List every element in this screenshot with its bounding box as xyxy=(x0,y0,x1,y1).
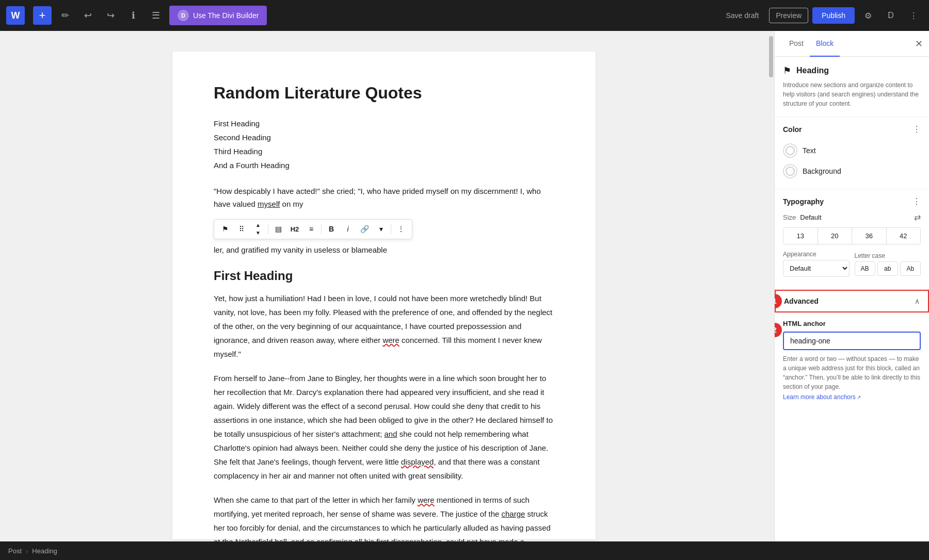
divi-btn-label: Use The Divi Builder xyxy=(193,11,259,20)
toc-third[interactable]: Third Heading xyxy=(214,144,554,158)
more-rich-text-button[interactable]: ▾ xyxy=(373,222,389,236)
text-color-item[interactable]: Text xyxy=(783,140,921,161)
text-align-button[interactable]: ≡ xyxy=(303,222,319,236)
panel-tabs: Post Block ✕ xyxy=(775,31,929,57)
text-color-inner xyxy=(786,146,795,155)
breadcrumb-bar: Post › Heading xyxy=(0,541,929,560)
toc-first[interactable]: First Heading xyxy=(214,117,554,130)
typography-header: Typography ⋮ xyxy=(783,196,921,206)
drag-handle-button[interactable]: ⠿ xyxy=(234,222,249,236)
anchor-learn-link[interactable]: Learn more about anchors ↗ xyxy=(783,393,921,401)
close-panel-button[interactable]: ✕ xyxy=(915,38,923,50)
breadcrumb-current: Heading xyxy=(32,547,57,555)
align-button[interactable]: ▤ xyxy=(270,222,286,236)
color-section: Color ⋮ Text Background xyxy=(775,117,929,189)
appearance-label: Appearance xyxy=(783,251,850,258)
heading-level-button[interactable]: H2 xyxy=(287,222,302,236)
more-options-button[interactable]: ⋮ xyxy=(904,6,923,25)
typography-menu-button[interactable]: ⋮ xyxy=(912,196,921,206)
block-info: ⚑ Heading Introduce new sections and org… xyxy=(775,57,929,117)
advanced-section-wrapper: 1 Advanced ∧ xyxy=(775,290,929,312)
external-link-icon: ↗ xyxy=(857,394,861,400)
underline-charge: charge xyxy=(501,509,525,518)
appearance-select[interactable]: Default xyxy=(783,260,850,277)
quote-continuation[interactable]: ler, and gratified my vanity in useless … xyxy=(214,243,554,257)
anchor-input[interactable] xyxy=(783,332,921,350)
bg-color-inner xyxy=(786,167,795,176)
scroll-thumb[interactable] xyxy=(769,36,773,77)
size-preset-20[interactable]: 20 xyxy=(818,228,853,244)
settings-button[interactable]: ⚙ xyxy=(859,6,877,25)
letter-case-col: Letter case AB ab Ab xyxy=(855,252,921,276)
top-toolbar: W + ✏ ↩ ↪ ℹ ☰ D Use The Divi Builder Sav… xyxy=(0,0,929,31)
publish-button[interactable]: Publish xyxy=(812,7,855,24)
advanced-section: Advanced ∧ xyxy=(775,290,929,312)
italic-button[interactable]: i xyxy=(340,222,356,236)
breadcrumb-post[interactable]: Post xyxy=(8,547,22,555)
size-value: Default xyxy=(800,213,821,221)
size-presets: 13 20 36 42 xyxy=(783,227,921,244)
options-button[interactable]: ⋮ xyxy=(393,222,409,236)
typography-section: Typography ⋮ Size Default ⇄ 13 20 36 42 … xyxy=(775,189,929,290)
redo-button[interactable]: ↪ xyxy=(101,6,120,25)
tab-block[interactable]: Block xyxy=(810,31,840,57)
bold-button[interactable]: B xyxy=(324,222,339,236)
editor-scrollbar[interactable] xyxy=(768,31,774,560)
tab-post[interactable]: Post xyxy=(783,31,810,57)
right-panel: Post Block ✕ ⚑ Heading Introduce new sec… xyxy=(774,31,929,560)
editor-content: Random Literature Quotes First Heading S… xyxy=(172,52,596,539)
main-layout: Random Literature Quotes First Heading S… xyxy=(0,31,929,560)
color-section-menu-button[interactable]: ⋮ xyxy=(912,124,921,134)
save-draft-button[interactable]: Save draft xyxy=(719,8,765,23)
toc-second[interactable]: Second Heading xyxy=(214,130,554,144)
edit-mode-button[interactable]: ✏ xyxy=(56,6,74,25)
block-description: Introduce new sections and organize cont… xyxy=(783,80,921,108)
size-label: Size xyxy=(783,213,796,221)
undo-button[interactable]: ↩ xyxy=(78,6,97,25)
text-color-circle xyxy=(783,143,797,158)
toc-fourth[interactable]: And a Fourth Heading xyxy=(214,158,554,172)
anchor-help-text: Enter a word or two — without spaces — t… xyxy=(783,354,921,391)
list-view-button[interactable]: ☰ xyxy=(147,6,165,25)
size-preset-36[interactable]: 36 xyxy=(852,228,887,244)
uppercase-button[interactable]: AB xyxy=(855,261,875,276)
size-preset-42[interactable]: 42 xyxy=(887,228,921,244)
block-anchor-button[interactable]: ⚑ xyxy=(217,222,233,236)
anchor-section: 2 HTML anchor Enter a word or two — with… xyxy=(775,312,929,408)
move-up-button[interactable]: ▲ xyxy=(250,222,266,229)
link-button[interactable]: 🔗 xyxy=(357,222,372,236)
underline-and: and xyxy=(385,430,397,438)
advanced-chevron-button[interactable]: ∧ xyxy=(915,297,920,305)
paragraph-2[interactable]: From herself to Jane--from Jane to Bingl… xyxy=(214,371,554,483)
capitalize-button[interactable]: Ab xyxy=(900,261,921,276)
color-section-header[interactable]: Color ⋮ xyxy=(783,124,921,134)
quote-paragraph[interactable]: "How despicably I have acted!" she cried… xyxy=(214,185,554,211)
appearance-row: Appearance Default Letter case AB ab Ab xyxy=(783,251,921,277)
block-info-header: ⚑ Heading xyxy=(783,65,921,76)
color-section-title: Color xyxy=(783,125,802,134)
heading-block-icon: ⚑ xyxy=(783,65,791,76)
reset-size-button[interactable]: ⇄ xyxy=(914,212,921,222)
bg-color-circle xyxy=(783,164,797,178)
typography-title: Typography xyxy=(783,197,824,206)
heading-1[interactable]: First Heading xyxy=(214,269,554,283)
bg-color-label: Background xyxy=(803,167,841,175)
preview-button[interactable]: Preview xyxy=(769,8,808,23)
block-formatting-toolbar: ⚑ ⠿ ▲ ▼ ▤ H2 ≡ B i 🔗 ▾ ⋮ xyxy=(214,219,412,239)
move-down-button[interactable]: ▼ xyxy=(250,229,266,237)
wavy-word-3: were xyxy=(418,496,435,504)
size-preset-13[interactable]: 13 xyxy=(783,228,818,244)
info-button[interactable]: ℹ xyxy=(124,6,142,25)
text-color-label: Text xyxy=(803,146,816,155)
anchor-content: HTML anchor Enter a word or two — withou… xyxy=(783,320,921,401)
lowercase-button[interactable]: ab xyxy=(877,261,898,276)
post-title[interactable]: Random Literature Quotes xyxy=(214,83,554,104)
divi-builder-button[interactable]: D Use The Divi Builder xyxy=(169,6,267,25)
appearance-col: Appearance Default xyxy=(783,251,850,277)
advanced-header[interactable]: Advanced ∧ xyxy=(776,291,928,311)
add-block-button[interactable]: + xyxy=(33,6,52,25)
paragraph-1[interactable]: Yet, how just a humiliation! Had I been … xyxy=(214,291,554,361)
user-menu-button[interactable]: D xyxy=(882,6,900,25)
editor-area[interactable]: Random Literature Quotes First Heading S… xyxy=(0,31,768,560)
background-color-item[interactable]: Background xyxy=(783,161,921,182)
